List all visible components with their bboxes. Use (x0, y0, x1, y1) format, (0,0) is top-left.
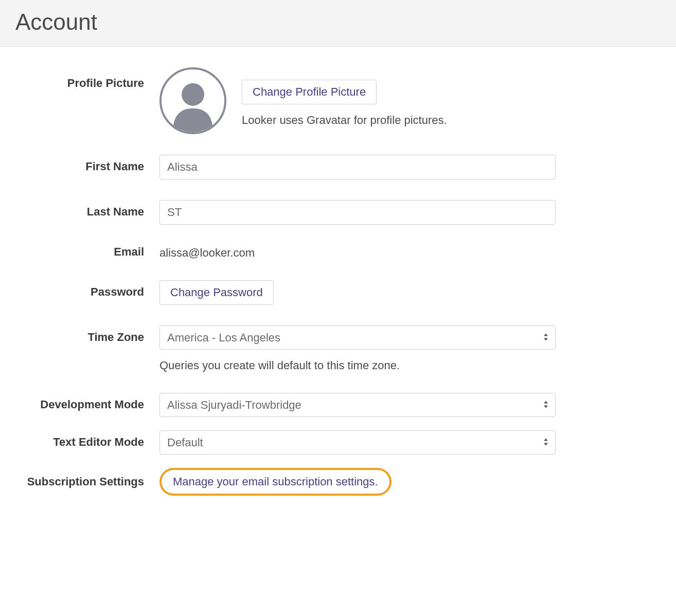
label-col: Email (15, 245, 159, 259)
text-editor-mode-label: Text Editor Mode (53, 436, 144, 448)
change-password-button[interactable]: Change Password (159, 280, 274, 305)
time-zone-select[interactable]: America - Los Angeles (159, 325, 556, 350)
account-form: Profile Picture Change Profile Picture L… (0, 47, 676, 516)
profile-picture-label: Profile Picture (67, 77, 144, 89)
password-label: Password (91, 285, 144, 298)
label-col: Development Mode (15, 393, 159, 411)
time-zone-help: Queries you create will default to this … (159, 359, 586, 372)
email-value: alissa@looker.com (159, 245, 586, 260)
row-subscription-settings: Subscription Settings Manage your email … (15, 468, 661, 496)
label-col: Profile Picture (15, 67, 159, 90)
row-password: Password Change Password (15, 280, 661, 305)
row-text-editor-mode: Text Editor Mode Default (15, 430, 661, 455)
row-email: Email alissa@looker.com (15, 245, 661, 260)
last-name-label: Last Name (87, 205, 144, 218)
label-col: Password (15, 280, 159, 299)
label-col: First Name (15, 155, 159, 173)
row-profile-picture: Profile Picture Change Profile Picture L… (15, 67, 661, 134)
page-header: Account (0, 0, 676, 47)
avatar-side: Change Profile Picture Looker uses Grava… (242, 67, 447, 127)
subscription-link-highlight: Manage your email subscription settings. (159, 468, 392, 496)
first-name-input[interactable] (159, 155, 556, 179)
profile-picture-help: Looker uses Gravatar for profile picture… (242, 114, 447, 127)
email-label: Email (114, 245, 144, 258)
text-editor-mode-select-wrap: Default (159, 430, 556, 455)
page-title: Account (15, 9, 661, 35)
avatar-icon (159, 67, 226, 134)
development-mode-select[interactable]: Alissa Sjuryadi-Trowbridge (159, 393, 556, 417)
value-col (159, 200, 586, 225)
label-col: Time Zone (15, 325, 159, 344)
value-col (159, 155, 586, 179)
subscription-settings-label: Subscription Settings (27, 475, 144, 488)
label-col: Text Editor Mode (15, 430, 159, 449)
row-first-name: First Name (15, 155, 661, 179)
value-col: Alissa Sjuryadi-Trowbridge (159, 393, 586, 417)
development-mode-select-wrap: Alissa Sjuryadi-Trowbridge (159, 393, 556, 417)
first-name-label: First Name (85, 160, 144, 173)
time-zone-select-wrap: America - Los Angeles (159, 325, 556, 350)
avatar-row: Change Profile Picture Looker uses Grava… (159, 67, 586, 134)
value-col: Default (159, 430, 586, 455)
label-col: Subscription Settings (15, 468, 159, 488)
svg-point-0 (182, 83, 204, 106)
value-col: Change Password (159, 280, 586, 305)
change-profile-picture-button[interactable]: Change Profile Picture (242, 80, 377, 104)
row-development-mode: Development Mode Alissa Sjuryadi-Trowbri… (15, 393, 661, 417)
row-last-name: Last Name (15, 200, 661, 225)
value-col: Manage your email subscription settings. (159, 468, 586, 496)
value-col: America - Los Angeles Queries you create… (159, 325, 586, 372)
last-name-input[interactable] (159, 200, 556, 225)
value-col: alissa@looker.com (159, 245, 586, 260)
time-zone-label: Time Zone (87, 331, 144, 343)
value-col: Change Profile Picture Looker uses Grava… (159, 67, 586, 134)
row-time-zone: Time Zone America - Los Angeles Queries … (15, 325, 661, 372)
person-silhouette-icon (162, 69, 224, 132)
label-col: Last Name (15, 200, 159, 219)
manage-subscription-link[interactable]: Manage your email subscription settings. (173, 475, 378, 488)
development-mode-label: Development Mode (40, 398, 144, 411)
text-editor-mode-select[interactable]: Default (159, 430, 556, 455)
